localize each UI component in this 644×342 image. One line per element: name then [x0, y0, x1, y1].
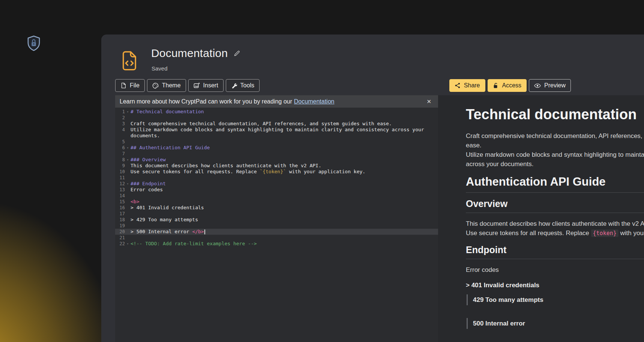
- editor-line-2[interactable]: 2: [115, 115, 438, 121]
- editor-line-8[interactable]: 8▾### Overview: [115, 157, 438, 163]
- line-content: Error codes: [131, 187, 438, 193]
- line-content: > 401 Invalid credentials: [131, 205, 438, 211]
- line-number: 8: [115, 157, 125, 163]
- fold-arrow-icon[interactable]: ▾: [125, 145, 131, 151]
- preview-h3-endpoint: Endpoint: [466, 244, 644, 259]
- code-document-icon: [120, 51, 139, 70]
- theme-button-label: Theme: [162, 82, 181, 89]
- file-icon: [120, 82, 126, 88]
- share-nodes-icon: [455, 82, 461, 88]
- fold-arrow-icon[interactable]: ▾: [125, 109, 131, 115]
- editor-line-6[interactable]: 6▾## Authentication API Guide: [115, 145, 438, 151]
- line-content: ## Authentication API Guide: [131, 145, 438, 151]
- editor-line-19[interactable]: 19: [115, 223, 438, 229]
- line-content: This document describes how clients auth…: [131, 163, 438, 169]
- line-number: 9: [115, 163, 125, 169]
- editor-line-22[interactable]: 22▾<!-- TODO: Add rate-limit examples he…: [115, 241, 438, 247]
- document-title: Documentation: [151, 47, 228, 60]
- file-button-label: File: [130, 82, 140, 89]
- save-status: Saved: [152, 65, 168, 72]
- line-number: 19: [115, 223, 125, 229]
- preview-error-401: > 401 Invalid credentials: [466, 280, 644, 290]
- fold-arrow-icon[interactable]: ▾: [125, 157, 131, 163]
- document-title-row: Documentation: [151, 47, 240, 60]
- access-button-label: Access: [502, 82, 522, 89]
- file-button[interactable]: File: [115, 79, 145, 92]
- rendered-markdown: Technical documentation Craft comprehens…: [466, 106, 644, 329]
- preview-overview-paragraph: This document describes how clients auth…: [466, 219, 644, 238]
- tools-button-label: Tools: [240, 82, 254, 89]
- line-content: > 429 Too many attempts: [131, 217, 438, 223]
- line-number: 22: [115, 241, 125, 247]
- line-number: 11: [115, 175, 125, 181]
- editor-line-15[interactable]: 15<b>: [115, 199, 438, 205]
- insert-button[interactable]: Insert: [188, 79, 224, 92]
- fold-arrow-icon[interactable]: ▾: [125, 241, 131, 247]
- line-content: ### Endpoint: [131, 181, 438, 187]
- code-editor[interactable]: 1▾# Technical documentation23Craft compr…: [115, 108, 438, 342]
- line-number: 21: [115, 235, 125, 241]
- cryptpad-shield-logo[interactable]: [26, 35, 41, 52]
- info-banner: Learn more about how CryptPad can work f…: [115, 95, 438, 108]
- preview-h3-overview: Overview: [466, 198, 644, 213]
- insert-image-icon: [194, 82, 200, 89]
- preview-error-codes: Error codes: [466, 265, 644, 274]
- documentation-link[interactable]: Documentation: [294, 98, 335, 105]
- line-content: Craft comprehensive technical documentat…: [131, 121, 438, 127]
- edit-title-icon[interactable]: [234, 50, 240, 57]
- markdown-preview[interactable]: Technical documentation Craft comprehens…: [438, 95, 644, 342]
- eye-icon: [534, 83, 541, 88]
- wrench-icon: [231, 82, 237, 88]
- line-number: 17: [115, 211, 125, 217]
- editor-line-17[interactable]: 17: [115, 211, 438, 217]
- editor-line-5[interactable]: 5: [115, 139, 438, 145]
- editor-line-21[interactable]: 21: [115, 235, 438, 241]
- editor-line-11[interactable]: 11: [115, 175, 438, 181]
- line-number: 20: [115, 229, 125, 235]
- preview-blockquote-500: 500 Internal error: [467, 318, 644, 329]
- line-number: 10: [115, 169, 125, 175]
- line-number: 13: [115, 187, 125, 193]
- editor-line-4[interactable]: 4Utilize markdown code blocks and syntax…: [115, 127, 438, 139]
- line-content: Use secure tokens for all requests. Repl…: [131, 169, 438, 175]
- editor-line-3[interactable]: 3Craft comprehensive technical documenta…: [115, 121, 438, 127]
- banner-text: Learn more about how CryptPad can work f…: [120, 98, 292, 105]
- line-number: 18: [115, 217, 125, 223]
- preview-button[interactable]: Preview: [529, 79, 571, 92]
- line-content: > 500 Internal error </b>: [131, 229, 438, 235]
- line-number: 14: [115, 193, 125, 199]
- line-number: 7: [115, 151, 125, 157]
- fold-arrow-icon[interactable]: ▾: [125, 181, 131, 187]
- toolbar-left: File Theme Insert: [115, 79, 260, 92]
- line-number: 6: [115, 145, 125, 151]
- editor-line-10[interactable]: 10Use secure tokens for all requests. Re…: [115, 169, 438, 175]
- preview-intro-paragraph: Craft comprehensive technical documentat…: [466, 131, 644, 169]
- editor-line-7[interactable]: 7: [115, 151, 438, 157]
- editor-line-1[interactable]: 1▾# Technical documentation: [115, 109, 438, 115]
- insert-button-label: Insert: [203, 82, 218, 89]
- editor-lines: 1▾# Technical documentation23Craft compr…: [115, 109, 438, 247]
- toolbar-right: Share Access Preview: [449, 79, 571, 92]
- editor-line-16[interactable]: 16> 401 Invalid credentials: [115, 205, 438, 211]
- close-icon[interactable]: ✕: [424, 98, 434, 105]
- editor-line-12[interactable]: 12▾### Endpoint: [115, 181, 438, 187]
- share-button-label: Share: [464, 82, 480, 89]
- palette-icon: [152, 82, 159, 89]
- line-number: 5: [115, 139, 125, 145]
- tools-button[interactable]: Tools: [226, 79, 260, 92]
- editor-line-9[interactable]: 9This document describes how clients aut…: [115, 163, 438, 169]
- theme-button[interactable]: Theme: [147, 79, 186, 92]
- share-button[interactable]: Share: [449, 79, 485, 92]
- preview-blockquote-429: 429 Too many attempts: [467, 294, 644, 305]
- line-number: 3: [115, 121, 125, 127]
- unlock-icon: [493, 82, 499, 88]
- inline-code-token: {token}: [591, 230, 618, 237]
- line-content: # Technical documentation: [131, 109, 438, 115]
- preview-h2-auth: Authentication API Guide: [466, 175, 644, 193]
- access-button[interactable]: Access: [488, 79, 527, 92]
- editor-line-18[interactable]: 18> 429 Too many attempts: [115, 217, 438, 223]
- editor-line-20[interactable]: 20> 500 Internal error </b>: [115, 229, 438, 235]
- line-number: 4: [115, 127, 125, 133]
- editor-line-14[interactable]: 14: [115, 193, 438, 199]
- editor-line-13[interactable]: 13Error codes: [115, 187, 438, 193]
